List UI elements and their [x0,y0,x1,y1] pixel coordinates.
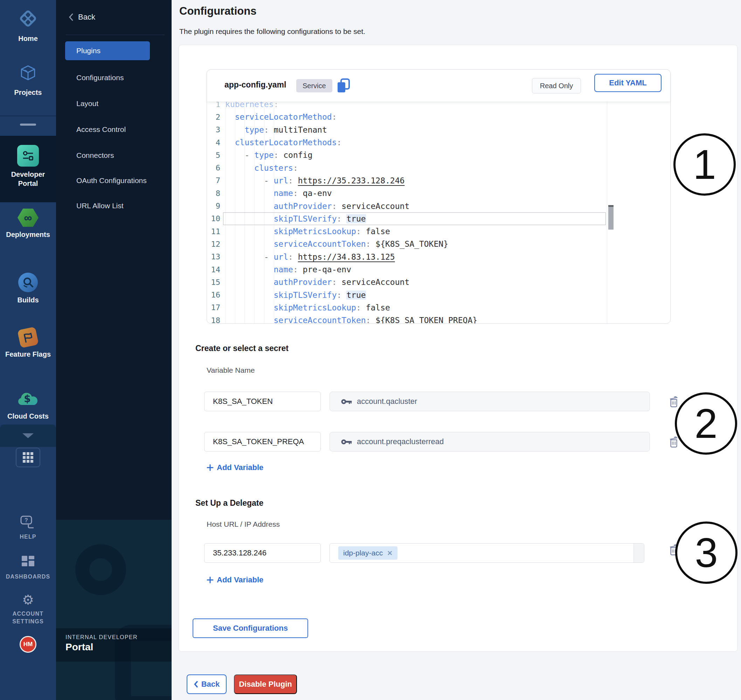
yaml-line: 15 authProvider: serviceAccount [207,276,607,288]
sidebar-item-dashboards[interactable]: DASHBOARDS [0,555,56,581]
svg-text:?: ? [25,517,28,523]
variable-name-input[interactable] [204,432,321,451]
nav-item-url-allow-list[interactable]: URL Allow List [77,200,124,211]
add-variable-link[interactable]: Add Variable [206,463,263,472]
sidebar-item-account-settings[interactable]: ⚙ ACCOUNT SETTINGS [0,593,56,625]
trash-icon[interactable] [669,437,679,448]
sidebar-item-deployments[interactable]: ∞ Deployments [0,209,56,239]
add-variable-label: Add Variable [217,575,263,584]
back-button[interactable]: Back [187,675,227,694]
delegate-section-heading: Set Up a Delegate [195,499,263,508]
yaml-code-editor[interactable]: 1kubernetes: 2 serviceLocatorMethod: 3 t… [207,102,607,324]
sidebar-item-label: Developer Portal [5,170,51,188]
nav-item-plugins[interactable]: Plugins [65,41,150,60]
secret-section-heading: Create or select a secret [195,344,289,353]
nav-item-label: URL Allow List [77,201,124,210]
disable-plugin-button[interactable]: Disable Plugin [234,675,297,694]
help-chat-icon: ? [20,515,36,530]
nav-item-oauth-configurations[interactable]: OAuth Configurations [77,175,147,186]
sidebar-item-label: Home [18,34,38,43]
cloud-dollar-icon: $ [17,390,39,409]
sidebar-item-feature-flags[interactable]: Feature Flags [0,328,56,359]
sidebar-item-projects[interactable]: Projects [0,63,56,97]
chevron-left-icon [194,681,198,688]
dashboards-icon [21,555,35,570]
plus-icon [206,464,214,471]
copy-icon[interactable] [337,78,351,93]
module-picker-button[interactable] [16,448,40,467]
key-icon [341,399,352,404]
yaml-line: 1kubernetes: [207,102,607,110]
page-title: Configurations [179,5,256,18]
nav-item-label: Plugins [77,47,100,55]
gear-icon: ⚙ [22,593,34,607]
service-badge: Service [296,79,332,93]
yaml-line: 14 name: pre-qa-env [207,263,607,276]
icon-sidebar: Home Projects Developer Portal ∞ Deploym… [0,0,56,700]
sidebar-item-label: Deployments [6,230,50,239]
code-scrollbar-thumb[interactable] [608,205,614,229]
trash-icon[interactable] [669,396,679,407]
sidebar-item-cloud-costs[interactable]: $ Cloud Costs [0,390,56,421]
delegate-tag-label: idp-play-acc [343,549,383,557]
yaml-line: 17 skipMetricsLookup: false [207,301,607,314]
yaml-line: 13 - url: https://34.83.13.125 [207,251,607,263]
nav-item-label: OAuth Configurations [77,176,147,185]
apps-grid-icon [23,452,33,463]
plugin-nav-sidebar: Back Plugins Configurations Layout Acces… [56,0,172,700]
yaml-line: 12 serviceAccountToken: ${K8S_SA_TOKEN} [207,238,607,250]
back-button-label: Back [201,680,220,689]
svg-text:$: $ [24,393,31,404]
nav-item-label: Access Control [77,125,126,134]
secret-selector[interactable]: account.qacluster [330,392,650,411]
nav-item-label: Connectors [77,151,114,160]
remove-tag-icon[interactable]: ✕ [387,549,393,557]
variable-name-input[interactable] [204,392,321,411]
nav-divider [66,35,165,35]
sidebar-item-label: Builds [17,296,38,304]
decorative-ring [75,544,126,595]
nav-item-connectors[interactable]: Connectors [77,150,114,161]
host-url-label: Host URL / IP Address [206,520,280,528]
yaml-viewer-card: app-config.yaml Service Read Only Edit Y… [206,69,670,324]
annotation-number: 1 [693,141,716,188]
sidebar-item-builds[interactable]: Builds [0,273,56,304]
yaml-line: 3 type: multiTenant [207,124,607,136]
chevron-left-icon [68,13,74,21]
back-link[interactable]: Back [68,13,95,22]
annotation-number: 3 [695,529,718,576]
secret-selector[interactable]: account.preqaclusterread [330,432,650,451]
sidebar-item-developer-portal[interactable]: Developer Portal [0,145,56,188]
sidebar-item-label: Cloud Costs [7,412,49,421]
avatar[interactable]: HM [20,636,37,653]
delegate-tags-input[interactable]: idp-play-acc ✕ [330,543,644,563]
yaml-line: 7 - url: https://35.233.128.246 [207,174,607,187]
avatar-initials: HM [24,641,32,648]
delegate-tag-chip: idp-play-acc ✕ [338,546,398,560]
yaml-line: 11 skipMetricsLookup: false [207,225,607,238]
yaml-line: 6 clusters: [207,161,607,174]
sidebar-item-label: DASHBOARDS [6,573,50,581]
annotation-marker-2: 2 [675,392,737,454]
tag-field-addon[interactable] [633,544,644,562]
nav-item-configurations[interactable]: Configurations [77,72,124,83]
sidebar-item-label: ACCOUNT SETTINGS [7,610,49,625]
yaml-line: 16 skipTLSVerify: true [207,288,607,301]
sidebar-item-label: Feature Flags [5,350,51,359]
sidebar-collapse-band[interactable] [0,425,56,447]
nav-item-label: Layout [77,99,99,108]
sidebar-item-help[interactable]: ? HELP [0,515,56,541]
annotation-marker-3: 3 [675,522,738,584]
back-link-label: Back [78,13,95,22]
infinity-hexagon-icon: ∞ [18,209,38,227]
add-variable-link[interactable]: Add Variable [206,575,263,584]
sidebar-drag-handle[interactable] [20,124,36,126]
host-url-input[interactable] [204,543,321,563]
builds-circle-icon [18,273,38,292]
plus-icon [206,576,214,584]
nav-item-access-control[interactable]: Access Control [77,124,126,135]
sidebar-item-home[interactable]: Home [0,8,56,43]
save-configurations-button[interactable]: Save Configurations [193,618,308,638]
edit-yaml-button[interactable]: Edit YAML [594,74,661,92]
nav-item-layout[interactable]: Layout [77,99,99,109]
